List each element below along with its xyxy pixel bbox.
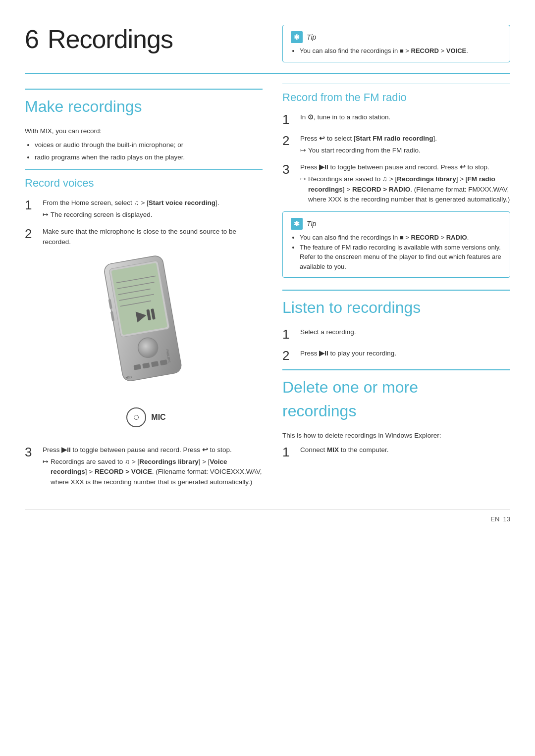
page-title: 6Recordings bbox=[25, 20, 263, 58]
step-fm-3: 3 Press ▶II to toggle between pause and … bbox=[282, 162, 510, 204]
step-fm-1: 1 In ⊙, tune in to a radio station. bbox=[282, 112, 510, 127]
page-footer: EN 13 bbox=[25, 509, 510, 524]
tip-fm-item-1: You can also find the recordings in ■ > … bbox=[300, 233, 502, 243]
record-fm-heading: Record from the FM radio bbox=[282, 84, 510, 105]
tip-fm-list: You can also find the recordings in ■ > … bbox=[291, 233, 502, 271]
step-fm-3-note: Recordings are saved to ♫ > [Recordings … bbox=[300, 174, 510, 204]
tip-star-fm-icon: ✱ bbox=[291, 218, 303, 230]
mic-area: MIC bbox=[126, 407, 165, 427]
record-voices-heading: Record voices bbox=[25, 169, 263, 191]
tip-label-fm: Tip bbox=[307, 219, 316, 229]
make-recordings-intro: With MIX, you can record: bbox=[25, 126, 263, 136]
listen-recordings-heading: Listen to recordings bbox=[282, 290, 510, 319]
step-del-1: 1 Connect MIX to the computer. bbox=[282, 445, 510, 459]
step-rv-1: 1 From the Home screen, select ♫ > [Star… bbox=[25, 198, 263, 220]
make-recordings-list: voices or audio through the built-in mic… bbox=[25, 140, 263, 162]
right-column: Record from the FM radio 1 In ⊙, tune in… bbox=[282, 84, 510, 494]
make-recordings-item-1: voices or audio through the built-in mic… bbox=[35, 140, 263, 150]
delete-recordings-heading: Delete one or morerecordings bbox=[282, 369, 510, 423]
make-recordings-item-2: radio programs when the radio plays on t… bbox=[35, 152, 263, 162]
step-rv-3: 3 Press ▶II to toggle between pause and … bbox=[25, 445, 263, 487]
mic-label: MIC bbox=[151, 411, 165, 423]
step-lr-2: 2 Press ▶II to play your recording. bbox=[282, 349, 510, 363]
tip-star-icon: ✱ bbox=[291, 31, 303, 43]
step-rv-2: 2 Make sure that the microphone is close… bbox=[25, 227, 263, 247]
step-rv-1-note: The recording screen is displayed. bbox=[43, 210, 263, 220]
tip-fm-item-2: The feature of FM radio recording is ava… bbox=[300, 243, 502, 272]
device-illustration: MIC PHILIPS bbox=[79, 254, 208, 403]
tip-top-list: You can also find the recordings in ■ > … bbox=[291, 46, 502, 56]
tip-box-fm: ✱ Tip You can also find the recordings i… bbox=[282, 211, 510, 278]
step-rv-3-note: Recordings are saved to ♫ > [Recordings … bbox=[43, 457, 263, 487]
delete-recordings-intro: This is how to delete recordings in Wind… bbox=[282, 431, 510, 441]
mic-circle-icon bbox=[126, 407, 146, 427]
step-fm-2: 2 Press ↩ to select [Start FM radio reco… bbox=[282, 134, 510, 156]
footer-lang: EN bbox=[490, 514, 499, 524]
tip-top-item-1: You can also find the recordings in ■ > … bbox=[300, 46, 502, 56]
make-recordings-heading: Make recordings bbox=[25, 89, 263, 118]
footer-page-num: 13 bbox=[503, 514, 510, 524]
tip-label-top: Tip bbox=[307, 32, 316, 43]
step-lr-1: 1 Select a recording. bbox=[282, 327, 510, 342]
tip-box-top: ✱ Tip You can also find the recordings i… bbox=[282, 25, 510, 62]
left-column: Make recordings With MIX, you can record… bbox=[25, 84, 263, 494]
step-fm-2-note: You start recording from the FM radio. bbox=[300, 146, 510, 155]
